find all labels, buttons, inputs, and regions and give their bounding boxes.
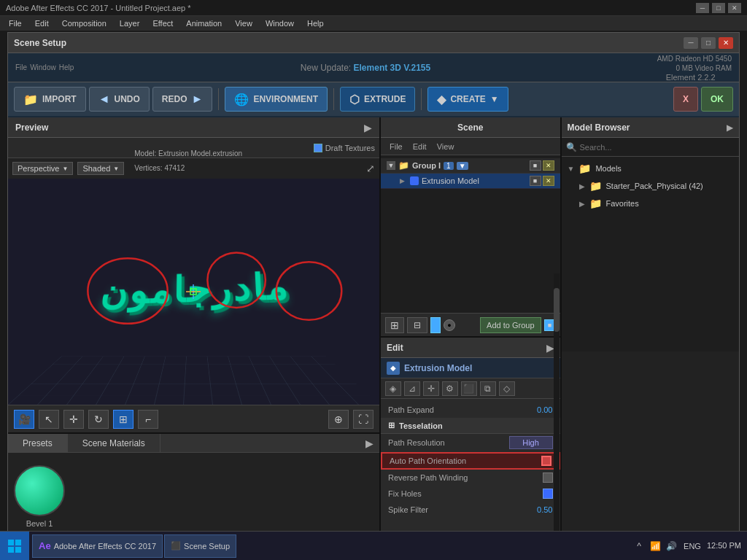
presets-tab[interactable]: Presets	[8, 434, 68, 452]
camera-tool-button[interactable]: 🎥	[14, 410, 34, 429]
volume-icon[interactable]: 🔊	[665, 540, 678, 553]
group-i-row: ▼ 📁 Group I 1 ▼ ■ ✕	[381, 158, 560, 174]
edit-tool-move[interactable]: ✛	[423, 381, 439, 396]
undo-label: UNDO	[115, 94, 140, 104]
viewport-expand-icon[interactable]: ⤢	[366, 163, 375, 174]
header-file[interactable]: File	[15, 63, 27, 71]
model-browser-expand-icon[interactable]: ▶	[727, 122, 733, 133]
shaded-select[interactable]: Shaded ▼	[77, 162, 124, 175]
scene-filter-btn[interactable]: ⊟	[407, 317, 427, 333]
search-input[interactable]	[580, 143, 735, 152]
fix-holes-toggle[interactable]	[543, 489, 553, 499]
ok-button[interactable]: OK	[701, 87, 733, 112]
edit-tool-extrude[interactable]: ◈	[385, 381, 401, 396]
edit-tool-render[interactable]: ⬛	[461, 381, 477, 396]
x-label: X	[683, 94, 689, 104]
spike-filter-value[interactable]: 0.50	[509, 505, 553, 514]
network-icon[interactable]: 📶	[649, 540, 662, 553]
add-to-group-button[interactable]: Add to Group	[480, 317, 541, 333]
edit-tool-copy[interactable]: ⧉	[480, 381, 496, 396]
group-visibility-button[interactable]: ■	[530, 160, 541, 171]
taskbar-clock[interactable]: 12:50 PM	[707, 540, 741, 551]
minimize-button[interactable]: ─	[696, 3, 709, 13]
dialog-close-button[interactable]: ✕	[719, 37, 733, 49]
scene-add-btn[interactable]: ⊞	[385, 317, 404, 333]
start-button[interactable]	[0, 532, 29, 561]
extrude-icon: ⬡	[349, 93, 360, 106]
models-expand-icon: ▼	[568, 165, 575, 173]
create-button[interactable]: ◆ CREATE ▼	[427, 87, 508, 112]
scene-dot2-btn[interactable]: ●	[444, 319, 455, 331]
header-help[interactable]: Help	[59, 63, 74, 71]
model-expand-button[interactable]: ▶	[398, 176, 407, 185]
undo-button[interactable]: ◄ UNDO	[89, 87, 150, 112]
select-tool-button[interactable]: ↖	[39, 410, 59, 429]
close-app-button[interactable]: ✕	[728, 3, 741, 13]
draft-textures-checkbox[interactable]	[314, 144, 322, 152]
redo-button[interactable]: REDO ►	[152, 87, 213, 112]
maximize-button[interactable]: □	[712, 3, 725, 13]
rotate-tool-button[interactable]: ↻	[88, 410, 109, 429]
extrude-button[interactable]: ⬡ EXTRUDE	[340, 87, 415, 112]
starter-pack-item[interactable]: ▶ 📁 Starter_Pack_Physical (42)	[562, 177, 740, 195]
taskbar-item-ae[interactable]: Ae Adobe After Effects CC 2017	[32, 534, 163, 558]
group-expand-button[interactable]: ▼	[387, 161, 395, 170]
favorites-item[interactable]: ▶ 📁 Favorites	[562, 195, 740, 212]
tray-arrow-icon[interactable]: ^	[632, 540, 646, 553]
preview-header: Preview ▶	[8, 117, 379, 138]
menu-composition[interactable]: Composition	[56, 18, 112, 29]
edit-tool-bevel[interactable]: ⊿	[404, 381, 420, 396]
import-button[interactable]: 📁 IMPORT	[14, 87, 86, 112]
scene-scrollbar-thumb[interactable]	[554, 288, 560, 332]
dialog-controls[interactable]: ─ □ ✕	[684, 37, 733, 49]
bend-tool-button[interactable]: ⌐	[138, 410, 158, 429]
reverse-path-toggle[interactable]	[543, 472, 553, 483]
presets-expand-button[interactable]: ▶	[360, 438, 379, 449]
models-root-item[interactable]: ▼ 📁 Models	[562, 160, 740, 177]
path-resolution-value[interactable]: High	[509, 436, 553, 449]
menu-animation[interactable]: Animation	[180, 18, 228, 29]
scene-materials-tab[interactable]: Scene Materials	[68, 434, 160, 452]
scene-scrollbar[interactable]	[554, 273, 560, 540]
scale-tool-button[interactable]: ⊞	[113, 410, 133, 429]
scene-menu-view[interactable]: View	[433, 141, 459, 152]
model-browser-header: Model Browser ▶	[562, 117, 740, 138]
extrusion-model-row[interactable]: ▶ Extrusion Model ■ ✕	[381, 174, 560, 189]
scene-header: Scene	[381, 117, 560, 138]
path-expand-value[interactable]: 0.00	[509, 405, 553, 414]
dialog-minimize-button[interactable]: ─	[684, 37, 698, 49]
edit-tool-settings[interactable]: ⚙	[442, 381, 458, 396]
menu-file[interactable]: File	[3, 18, 28, 29]
fullscreen-tool-button[interactable]: ⛶	[353, 410, 374, 429]
dialog-maximize-button[interactable]: □	[701, 37, 716, 49]
header-window[interactable]: Window	[30, 63, 56, 71]
move-tool-button[interactable]: ✛	[63, 410, 84, 429]
menu-view[interactable]: View	[229, 18, 258, 29]
environment-button[interactable]: 🌐 ENVIRONMENT	[225, 87, 328, 112]
extrude-label: EXTRUDE	[364, 94, 406, 104]
edit-expand-button[interactable]: ▶	[546, 342, 554, 354]
model-delete-button[interactable]: ✕	[543, 176, 554, 186]
scene-menu-edit[interactable]: Edit	[409, 141, 431, 152]
menu-window[interactable]: Window	[260, 18, 300, 29]
model-visibility-button[interactable]: ■	[530, 176, 541, 186]
perspective-select[interactable]: Perspective ▼	[12, 162, 73, 175]
auto-path-toggle[interactable]	[541, 456, 551, 466]
group-delete-button[interactable]: ✕	[543, 160, 554, 171]
window-controls[interactable]: ─ □ ✕	[696, 3, 741, 13]
group-badge-button[interactable]: ▼	[457, 162, 468, 170]
menu-help[interactable]: Help	[301, 18, 330, 29]
scene-dot1-btn[interactable]	[430, 317, 441, 333]
menu-edit[interactable]: Edit	[29, 18, 55, 29]
edit-tool-material[interactable]: ◇	[499, 381, 515, 396]
preset-bevel1[interactable]: Bevel 1	[14, 465, 65, 528]
taskbar-item-scene[interactable]: ⬛ Scene Setup	[164, 534, 236, 558]
transform-widget	[186, 284, 201, 299]
language-indicator[interactable]: ENG	[681, 542, 704, 551]
menu-layer[interactable]: Layer	[114, 18, 146, 29]
scene-menu-file[interactable]: File	[385, 141, 407, 152]
x-button[interactable]: X	[673, 87, 698, 112]
menu-effect[interactable]: Effect	[147, 18, 179, 29]
preview-expand-button[interactable]: ▶	[364, 122, 372, 133]
center-tool-button[interactable]: ⊕	[328, 410, 349, 429]
